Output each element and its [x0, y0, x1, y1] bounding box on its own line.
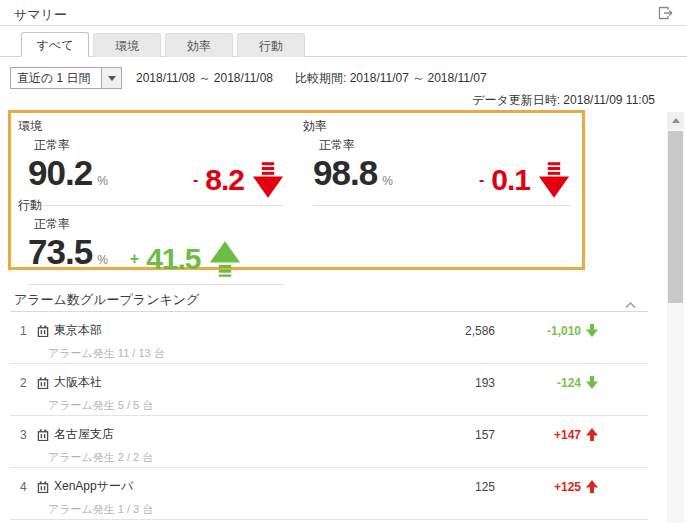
rank-number: 4: [20, 480, 33, 494]
scrollbar-thumb[interactable]: [668, 131, 683, 303]
arrow-down-icon: [586, 376, 602, 389]
alarm-occurrence-text: アラーム発生 2 / 2 台: [10, 450, 648, 465]
kpi-value: 73.5: [28, 234, 92, 269]
kpi-unit: %: [382, 174, 393, 188]
alarm-count: 157: [425, 428, 495, 442]
alarm-change: +147: [495, 428, 581, 442]
rank-number: 2: [20, 376, 33, 390]
kpi-summary-panel: 環境 正常率 90.2 % - 8.2 効率 正常率 98.8 % - 0.1: [8, 110, 585, 270]
alarm-occurrence-text: アラーム発生 1 / 3 台: [10, 502, 648, 517]
ranking-row[interactable]: 1 東京本部 2,586 -1,010 アラーム発生 11 / 13 台: [10, 312, 648, 364]
ranking-section-title: アラーム数グループランキング: [14, 291, 199, 309]
kpi-change-sign: -: [479, 171, 484, 189]
kpi-card-empty: [296, 188, 582, 267]
kpi-card-environment: 環境 正常率 90.2 % - 8.2: [11, 113, 296, 188]
group-name: 東京本部: [54, 322, 102, 339]
alarm-change: -124: [495, 376, 581, 390]
data-updated-text: データ更新日時: 2018/11/09 11:05: [472, 92, 655, 109]
tab-behavior[interactable]: 行動: [237, 33, 305, 57]
kpi-category-label: 環境: [18, 118, 286, 135]
kpi-metric-label: 正常率: [34, 137, 286, 154]
ranking-list: 1 東京本部 2,586 -1,010 アラーム発生 11 / 13 台 2: [10, 311, 648, 520]
arrow-down-icon: [586, 324, 602, 337]
page-title: サマリー: [14, 6, 67, 24]
kpi-unit: %: [97, 253, 108, 267]
group-name: XenAppサーバ: [54, 478, 133, 495]
alarm-count: 193: [425, 376, 495, 390]
alarm-count: 125: [425, 480, 495, 494]
group-building-icon: [37, 429, 49, 441]
rank-number: 3: [20, 428, 33, 442]
chevron-down-icon: [108, 76, 116, 81]
group-building-icon: [37, 377, 49, 389]
triangle-up-icon: [672, 118, 680, 123]
rank-number: 1: [20, 324, 33, 338]
kpi-value: 90.2: [28, 155, 92, 190]
arrow-up-icon: [209, 241, 241, 277]
scroll-up-button[interactable]: [667, 112, 684, 129]
alarm-change: +125: [495, 480, 581, 494]
group-building-icon: [37, 325, 49, 337]
tab-all[interactable]: すべて: [21, 32, 89, 57]
kpi-change-sign: +: [130, 250, 139, 268]
kpi-unit: %: [97, 174, 108, 188]
exit-icon[interactable]: [658, 6, 674, 20]
kpi-card-behavior: 行動 正常率 73.5 % + 41.5: [11, 188, 296, 267]
group-name: 名古屋支店: [54, 426, 114, 443]
kpi-metric-label: 正常率: [319, 137, 572, 154]
kpi-value: 98.8: [313, 155, 377, 190]
window-header: サマリー: [0, 0, 687, 26]
tab-environment[interactable]: 環境: [93, 33, 161, 57]
kpi-change-sign: -: [193, 171, 198, 189]
kpi-card-efficiency: 効率 正常率 98.8 % - 0.1: [296, 113, 582, 188]
kpi-category-label: 効率: [303, 118, 572, 135]
vertical-scrollbar[interactable]: [667, 112, 684, 523]
kpi-change-value: 41.5: [146, 244, 200, 274]
alarm-count: 2,586: [425, 324, 495, 338]
tab-bar: すべて 環境 効率 行動: [0, 26, 687, 57]
arrow-up-icon: [586, 480, 602, 493]
tab-efficiency[interactable]: 効率: [165, 33, 233, 57]
alarm-change: -1,010: [495, 324, 581, 338]
ranking-row[interactable]: 3 名古屋支店 157 +147 アラーム発生 2 / 2 台: [10, 416, 648, 468]
kpi-category-label: 行動: [18, 197, 286, 214]
period-text: 2018/11/08 ～ 2018/11/08: [136, 70, 273, 87]
date-range-selected-value: 直近の 1 日間: [11, 70, 101, 87]
kpi-metric-label: 正常率: [34, 216, 286, 233]
filter-row: 直近の 1 日間 2018/11/08 ～ 2018/11/08 比較期間: 2…: [10, 67, 487, 89]
date-range-select[interactable]: 直近の 1 日間: [10, 67, 122, 89]
group-name: 大阪本社: [54, 374, 102, 391]
compare-period-text: 比較期間: 2018/11/07 ～ 2018/11/07: [295, 70, 487, 87]
ranking-row[interactable]: 4 XenAppサーバ 125 +125 アラーム発生 1 / 3 台: [10, 468, 648, 520]
alarm-occurrence-text: アラーム発生 5 / 5 台: [10, 398, 648, 413]
arrow-up-icon: [586, 428, 602, 441]
group-building-icon: [37, 481, 49, 493]
alarm-occurrence-text: アラーム発生 11 / 13 台: [10, 346, 648, 361]
select-dropdown-button[interactable]: [101, 68, 121, 88]
ranking-row[interactable]: 2 大阪本社 193 -124 アラーム発生 5 / 5 台: [10, 364, 648, 416]
